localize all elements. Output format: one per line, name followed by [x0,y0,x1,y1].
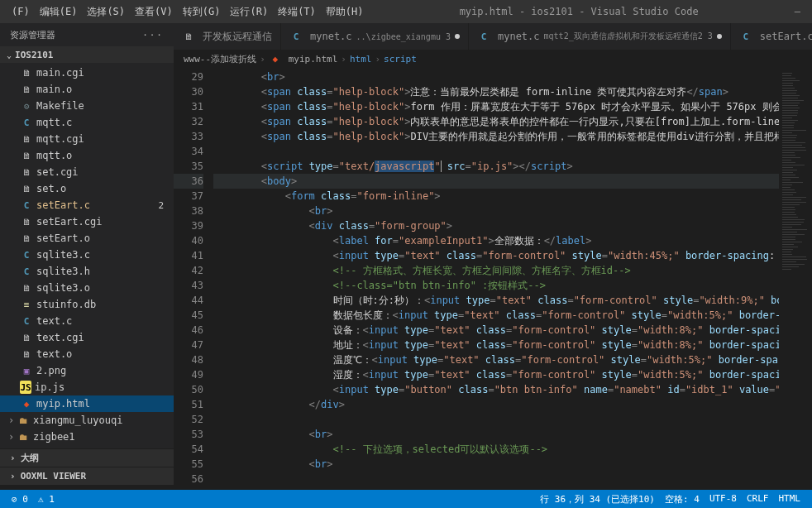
tab-label: 开发板远程通信 [203,30,272,44]
statusbar: ⊘ 0 ⚠ 1 行 36，列 34 (已选择10) 空格: 4 UTF-8 CR… [0,490,812,508]
file-icon: 🗎 [20,165,33,179]
folder-zigbee1[interactable]: 🖿zigbee1 [0,429,174,445]
file-item-stuinfo.db[interactable]: ≡stuinfo.db [0,296,174,313]
outline-section[interactable]: 大纲 [0,448,174,467]
c-icon: C [20,199,33,212]
folder-icon: 🖿 [17,430,30,443]
menu-file[interactable]: (F) [7,6,35,17]
file-item-sqlite3.o[interactable]: 🗎sqlite3.o [0,280,174,296]
file-tree: 🗎main.cgi🗎main.o⚙MakefileCmqtt.c🗎mqtt.cg… [0,63,174,480]
file-label: Makefile [36,100,84,112]
c-icon: C [477,30,490,43]
folder-icon: 🖿 [17,414,30,427]
line-numbers: 2930313233343536373839404142434445464748… [174,68,213,485]
menu-run[interactable]: 运行(R) [225,5,273,19]
breadcrumb-script[interactable]: script [384,54,417,65]
file-item-ip.js[interactable]: JSip.js [0,379,174,395]
menu-edit[interactable]: 编辑(E) [35,5,83,19]
file-label: myip.html [36,398,90,410]
c-icon: C [289,30,303,43]
menubar: (F) 编辑(E) 选择(S) 查看(V) 转到(G) 运行(R) 终端(T) … [0,0,812,23]
file-label: sqlite3.c [36,249,90,261]
file-item-text.o[interactable]: 🗎text.o [0,346,174,362]
status-encoding[interactable]: UTF-8 [705,493,742,506]
tab-mynet.c[interactable]: Cmynet.cmqtt2_双向通信虚拟机和开发板远程通信2 3 [469,23,731,50]
status-eol[interactable]: CRLF [742,493,774,506]
file-item-sqlite3.c[interactable]: Csqlite3.c [0,247,174,263]
menu-help[interactable]: 帮助(H) [321,5,369,19]
window-title: myip.html - ios2101 - Visual Studio Code [369,6,790,17]
file-item-setEart.c[interactable]: CsetEart.c2 [0,197,174,213]
window-minimize[interactable]: — [790,6,805,17]
file-icon: 🗎 [182,30,195,43]
menu-go[interactable]: 转到(G) [178,5,226,19]
status-problems[interactable]: ⊘ 0 [7,494,33,505]
status-line-col[interactable]: 行 36，列 34 (已选择10) [535,493,660,506]
c-icon: C [20,265,33,278]
tab-label: mynet.c [310,31,352,42]
breadcrumb-html[interactable]: html [350,54,372,65]
file-label: set.cgi [36,166,79,178]
file-label: main.o [36,84,72,95]
status-indent[interactable]: 空格: 4 [660,493,705,506]
file-item-myip.html[interactable]: ◆myip.html [0,395,174,412]
file-label: mqtt.o [36,150,72,161]
file-label: mqtt.cgi [36,133,84,145]
c-icon: C [20,248,33,261]
file-label: text.c [36,315,72,327]
file-item-main.o[interactable]: 🗎main.o [0,81,174,98]
c-icon: C [20,116,33,129]
folder-label: xiangmu_luyouqi [33,415,122,426]
explorer-title: 资源管理器 [10,29,55,41]
file-item-text.cgi[interactable]: 🗎text.cgi [0,329,174,346]
file-item-mqtt.cgi[interactable]: 🗎mqtt.cgi [0,131,174,147]
file-item-mqtt.c[interactable]: Cmqtt.c [0,114,174,131]
status-warnings[interactable]: ⚠ 1 [33,494,60,505]
file-item-2.png[interactable]: ▣2.png [0,362,174,379]
file-item-set.cgi[interactable]: 🗎set.cgi [0,164,174,180]
folder-xiangmu_luyouqi[interactable]: 🖿xiangmu_luyouqi [0,412,174,429]
file-label: mqtt.c [36,117,72,128]
file-item-setEart.cgi[interactable]: 🗎setEart.cgi [0,213,174,230]
menu-select[interactable]: 选择(S) [82,5,130,19]
file-label: sqlite3.o [36,282,90,294]
breadcrumb-file[interactable]: myip.html [289,54,338,65]
file-item-mqtt.o[interactable]: 🗎mqtt.o [0,147,174,164]
file-icon: 🗎 [20,182,33,195]
file-label: setEart.cgi [36,216,102,228]
file-label: setEart.o [36,232,90,244]
tab-开发板远程通信[interactable]: 🗎开发板远程通信 [174,23,281,50]
modified-dot [455,34,460,39]
project-section-header[interactable]: IOS2101 [0,46,174,63]
tab-setEart.c 2[interactable]: CsetEart.c 2 [731,23,812,50]
code-area[interactable]: 2930313233343536373839404142434445464748… [174,68,812,485]
file-item-setEart.o[interactable]: 🗎setEart.o [0,230,174,247]
breadcrumb[interactable]: www--添加坡折线 › ◆ myip.html › html › script [174,50,812,68]
file-label: setEart.c [36,199,90,211]
file-item-text.c[interactable]: Ctext.c [0,313,174,329]
file-label: stuinfo.db [36,299,96,310]
file-label: sqlite3.h [36,266,90,277]
explorer-more-icon[interactable]: ··· [142,30,164,41]
file-icon: 🗎 [20,132,33,146]
tab-path: mqtt2_双向通信虚拟机和开发板远程通信2 3 [544,31,713,42]
file-item-sqlite3.h[interactable]: Csqlite3.h [0,263,174,280]
file-icon: 🗎 [20,281,33,295]
file-item-main.cgi[interactable]: 🗎main.cgi [0,65,174,81]
file-label: ip.js [35,381,64,393]
file-item-set.o[interactable]: 🗎set.o [0,180,174,197]
file-item-Makefile[interactable]: ⚙Makefile [0,98,174,114]
db-icon: ≡ [20,298,33,311]
menu-terminal[interactable]: 终端(T) [273,5,321,19]
menu-view[interactable]: 查看(V) [130,5,178,19]
file-icon: 🗎 [20,149,33,162]
code-content[interactable]: <br> <span class="help-block">注意：当前最外层类都… [213,68,779,485]
ooxml-section[interactable]: OOXML VIEWER [0,467,174,485]
minimap[interactable] [779,68,812,485]
breadcrumb-root[interactable]: www--添加坡折线 [184,53,256,65]
tab-mynet.c[interactable]: Cmynet.c..\zigbee_xiangmu 3 [281,23,469,50]
file-badge: 2 [158,200,164,211]
c-icon: C [20,314,33,328]
modified-dot [717,34,722,39]
status-lang[interactable]: HTML [774,493,806,506]
